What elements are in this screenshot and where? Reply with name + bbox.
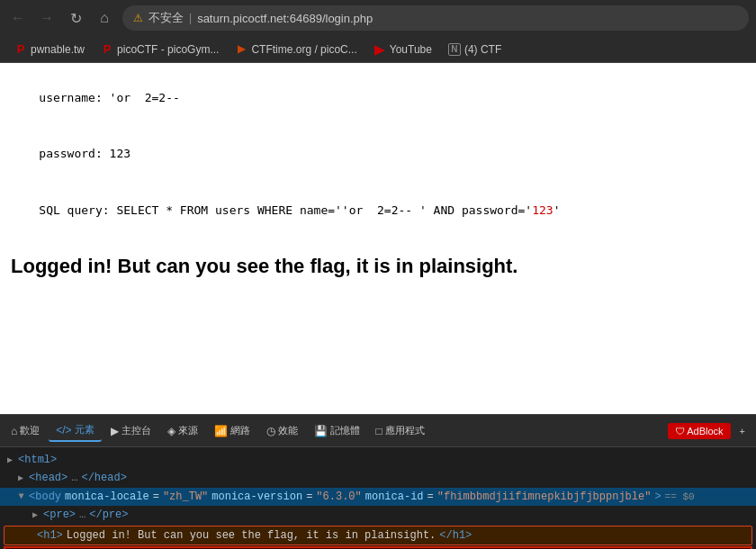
security-icon: ⚠ xyxy=(133,12,143,24)
devtools-tab-elements-label: 元素 xyxy=(75,423,94,436)
h1-tag-line: <h1>Logged in! But can you see the flag,… xyxy=(4,526,752,545)
html-tag-line: ▶ <html> xyxy=(0,451,756,469)
devtools-tab-console-label: 主控台 xyxy=(122,424,151,437)
devtools-tab-welcome[interactable]: ⌂ 歡迎 xyxy=(4,420,47,441)
pre-open-tag: <pre> xyxy=(43,506,76,524)
pre-tag-line: ▶ <pre> … </pre> xyxy=(0,506,756,524)
address-bar[interactable]: ⚠ 不安全 | saturn.picoctf.net:64689/login.p… xyxy=(122,5,749,31)
console-icon: ▶ xyxy=(111,425,119,437)
refresh-button[interactable]: ↻ xyxy=(65,10,86,27)
address-text: saturn.picoctf.net:64689/login.php xyxy=(197,12,373,25)
adblock-icon: 🛡 xyxy=(675,426,685,436)
head-open-tag: <head> xyxy=(29,469,68,487)
devtools-html-content: ▶ <html> ▶ <head> … </head> ▶ <body moni… xyxy=(0,447,756,549)
body-attr-version: monica-version xyxy=(212,488,302,506)
bookmark-pwnable-label: pwnable.tw xyxy=(31,43,85,56)
head-tag-line: ▶ <head> … </head> xyxy=(0,469,756,487)
devtools-tab-network[interactable]: 📶 網路 xyxy=(207,420,257,441)
bookmark-youtube-icon: ▶ xyxy=(374,43,386,56)
pre-close-tag: </pre> xyxy=(89,506,128,524)
bookmark-pwnable[interactable]: P pwnable.tw xyxy=(7,41,92,58)
devtools-tab-application-label: 應用程式 xyxy=(385,424,425,437)
devtools-toolbar: ⌂ 歡迎 </> 元素 ▶ 主控台 ◈ 來源 📶 網路 ◷ 效能 💾 記憶體 □ xyxy=(0,415,756,447)
body-attr-locale: monica-locale xyxy=(65,488,149,506)
sql-line: SQL query: SELECT * FROM users WHERE nam… xyxy=(39,203,560,217)
bookmark-pwnable-icon: P xyxy=(14,43,27,56)
bookmark-picoctf[interactable]: P picoCTF - picoGym... xyxy=(94,41,226,58)
devtools-tab-performance-label: 效能 xyxy=(278,424,298,437)
devtools-tab-memory[interactable]: 💾 記憶體 xyxy=(307,420,367,441)
forward-button[interactable]: → xyxy=(36,10,58,26)
devtools-tab-memory-label: 記憶體 xyxy=(330,424,360,437)
body-attr-id: monica-id xyxy=(365,488,424,506)
devtools-tab-source[interactable]: ◈ 來源 xyxy=(160,420,205,441)
devtools-more-icon: + xyxy=(740,426,745,436)
body-tag-line[interactable]: ▶ <body monica-locale="zh_TW" monica-ver… xyxy=(0,488,756,506)
bookmark-ctf4-label: (4) CTF xyxy=(464,43,501,56)
devtools-tab-network-label: 網路 xyxy=(230,424,250,437)
bookmark-ctf4[interactable]: N (4) CTF xyxy=(441,41,508,58)
bookmark-ctftime[interactable]: ▶ CTFtime.org / picoC... xyxy=(228,41,364,58)
page-pre-output: username: 'or 2=2-- password: 123 SQL qu… xyxy=(11,70,745,238)
body-open-tag: <body xyxy=(29,488,61,506)
performance-icon: ◷ xyxy=(266,425,275,437)
head-close-tag: </head> xyxy=(81,469,126,487)
body-arrow[interactable]: ▶ xyxy=(14,494,29,500)
home-button[interactable]: ⌂ xyxy=(94,10,115,26)
head-collapsed-dots: … xyxy=(71,469,77,487)
bookmark-ctftime-icon: ▶ xyxy=(235,43,248,56)
pre-dots: … xyxy=(79,506,86,524)
html-arrow[interactable]: ▶ xyxy=(7,453,13,468)
body-val-id: "fhimbbmdjiifimnepkibjfjbppnjble" xyxy=(437,488,652,506)
bookmark-picoctf-label: picoCTF - picoGym... xyxy=(117,43,219,56)
devtools-tab-console[interactable]: ▶ 主控台 xyxy=(104,420,158,441)
nav-bar: ← → ↻ ⌂ ⚠ 不安全 | saturn.picoctf.net:64689… xyxy=(0,0,756,36)
h1-close-tag: </h1> xyxy=(439,526,472,544)
bookmark-ctf4-icon: N xyxy=(448,43,461,56)
html-open-tag: <html> xyxy=(18,451,57,469)
network-icon: 📶 xyxy=(214,425,228,437)
bookmark-youtube[interactable]: ▶ YouTube xyxy=(366,41,439,58)
memory-icon: 💾 xyxy=(314,425,328,437)
body-eq0: == $0 xyxy=(665,489,695,506)
password-line: password: 123 xyxy=(39,147,130,160)
back-button[interactable]: ← xyxy=(7,10,29,26)
pre-arrow[interactable]: ▶ xyxy=(32,508,38,523)
home-devtools-icon: ⌂ xyxy=(11,425,17,437)
page-content: username: 'or 2=2-- password: 123 SQL qu… xyxy=(0,63,756,414)
devtools-panel: ⌂ 歡迎 </> 元素 ▶ 主控台 ◈ 來源 📶 網路 ◷ 效能 💾 記憶體 □ xyxy=(0,414,756,549)
bookmark-ctftime-label: CTFtime.org / picoC... xyxy=(251,43,356,56)
h1-open-tag: <h1> xyxy=(37,526,63,544)
head-arrow[interactable]: ▶ xyxy=(18,471,23,486)
source-icon: ◈ xyxy=(167,425,176,437)
adblock-label: AdBlock xyxy=(687,426,723,436)
application-icon: □ xyxy=(376,425,382,437)
bookmark-youtube-label: YouTube xyxy=(390,43,432,56)
body-val-version: "6.3.0" xyxy=(316,488,361,506)
address-separator: | xyxy=(189,12,192,24)
logged-in-message: Logged in! But can you see the flag, it … xyxy=(11,255,745,278)
h1-text: Logged in! But can you see the flag, it … xyxy=(67,526,436,544)
security-label: 不安全 xyxy=(148,10,184,26)
elements-icon: </> xyxy=(56,424,71,436)
adblock-button[interactable]: 🛡 AdBlock xyxy=(668,423,731,439)
devtools-tab-source-label: 來源 xyxy=(178,424,198,437)
devtools-tab-welcome-label: 歡迎 xyxy=(20,424,40,437)
username-line: username: 'or 2=2-- xyxy=(39,91,180,104)
devtools-tab-elements[interactable]: </> 元素 xyxy=(49,419,101,442)
bookmark-picoctf-icon: P xyxy=(101,43,113,56)
browser-chrome: ← → ↻ ⌂ ⚠ 不安全 | saturn.picoctf.net:64689… xyxy=(0,0,756,63)
body-val-locale: "zh_TW" xyxy=(163,488,208,506)
devtools-tab-performance[interactable]: ◷ 效能 xyxy=(259,420,305,441)
devtools-tab-application[interactable]: □ 應用程式 xyxy=(369,420,432,441)
devtools-more-button[interactable]: + xyxy=(733,422,752,440)
body-eq1: = xyxy=(153,488,159,506)
bookmarks-bar: P pwnable.tw P picoCTF - picoGym... ▶ CT… xyxy=(0,36,756,63)
